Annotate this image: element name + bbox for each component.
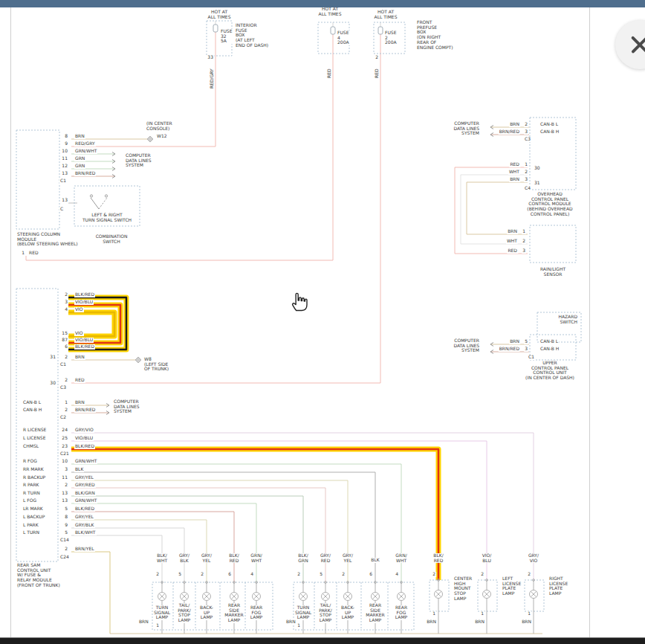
wire-color-label: BRN: [426, 619, 437, 625]
wire-color-label: BLK: [370, 558, 380, 563]
fuse-icon: [378, 27, 383, 34]
circuit-label: CHMSL: [22, 444, 39, 449]
pin-number: 2: [341, 572, 346, 577]
pin-number: 24: [61, 428, 68, 433]
pin-number: 2: [64, 547, 68, 552]
diagram-canvas[interactable]: HOT AT ALL TIMESHOT AT ALL TIMESHOT AT A…: [0, 0, 645, 644]
page-left-border: [10, 7, 11, 637]
lamp-name: RIGHT LICENSE PLATE LAMP: [548, 576, 568, 596]
pin-number: 1: [432, 611, 436, 616]
component-label: OVERHEAD CONTROL PANEL CONTROL MODULE (B…: [526, 192, 573, 217]
pin-number: 87: [61, 338, 68, 343]
circuit-label: R LICENSE: [22, 428, 47, 433]
pin-number: 2: [64, 355, 68, 360]
connector-label: C4: [524, 186, 531, 191]
switch-lever-icon: [91, 198, 99, 209]
pin-number: 25: [61, 436, 68, 441]
lamp-name: BACK- UP LAMP: [199, 605, 214, 620]
connector-label: C1: [528, 355, 535, 360]
pin-number: 13: [61, 171, 68, 176]
pin-number: 3: [524, 347, 528, 352]
pin-number: 10: [61, 149, 68, 154]
connector-label: C24: [59, 555, 70, 560]
wire-color-label: BLK/RED: [74, 444, 95, 449]
wire-color-label: WHT: [506, 239, 518, 244]
fuse-label: FUSE 2 200A: [384, 30, 398, 45]
circuit-label: R PARK: [22, 483, 40, 488]
component-label: COMBINATION SWITCH: [95, 234, 129, 244]
wire-color-label: GRN/WHT: [74, 498, 97, 503]
lamp-name: REAR FOG LAMP: [250, 605, 263, 620]
system-label: COMPUTER DATA LINES SYSTEM: [453, 338, 480, 353]
highlighted-wires-layer: [68, 297, 438, 580]
wire-color-label: GRN: [74, 156, 85, 161]
pin-number: 1: [296, 623, 301, 628]
connector-label: C1: [59, 178, 67, 184]
pin-number: 2: [527, 572, 531, 577]
pin-number: 2: [64, 483, 68, 488]
circuit-label: RR MARK: [22, 467, 45, 472]
wire-color-label: BLK/ WHT: [156, 553, 168, 563]
component-label: LEFT & RIGHT TURN SIGNAL SWITCH: [82, 213, 132, 222]
pin-number: 8: [64, 134, 68, 139]
window-top-bar: [0, 0, 645, 7]
signal-label: CAN-B L: [22, 400, 42, 405]
fuse-icon: [331, 27, 335, 34]
switch-lever-icon: [99, 198, 107, 209]
wire-color-label: BRN/RED: [74, 171, 96, 176]
pin-number: 5: [64, 530, 68, 535]
terminal-label: 31: [534, 181, 541, 186]
pin-number: 4: [395, 572, 399, 577]
wire-color-label: GRN: [74, 164, 85, 169]
wire-color-label: BRN: [138, 619, 149, 625]
switch-contact-icon: [105, 195, 107, 197]
wire-color-label: GRY/ RED: [320, 553, 331, 563]
wire-color-label: BRN: [474, 619, 485, 625]
symbols-layer: [90, 25, 383, 363]
pin-number: 23: [61, 444, 68, 449]
pin-number: 11: [61, 156, 68, 161]
component-label: STEERING COLUMN MODULE (BELOW STEERING W…: [16, 232, 79, 247]
pin-number: 3: [64, 300, 68, 305]
wire-color-label: RED: [74, 378, 85, 383]
circuit-label: L LICENSE: [22, 436, 46, 441]
pin-number: 2: [522, 239, 526, 244]
pin-number: 4: [64, 307, 68, 312]
lamp-name: TAIL/ PARK/ STOP LAMP: [318, 603, 332, 623]
pin-number: 1: [21, 251, 25, 256]
connector-label: C1: [59, 362, 67, 367]
circuit-label: R TURN: [22, 491, 41, 496]
fuse-label: FUSE 32 5A: [220, 29, 233, 44]
lamp-name: TURN SIGNAL LAMP: [153, 605, 171, 620]
fuse-icon: [213, 25, 218, 32]
wire-color-label: BRN: [74, 400, 85, 405]
hot-at-label: HOT AT ALL TIMES: [374, 10, 398, 19]
lamp-name: BACK- UP LAMP: [340, 605, 355, 620]
lamp-name: LEFT LICENSE PLATE LAMP: [502, 576, 522, 596]
pin-number: 1: [64, 400, 68, 405]
signal-label: CAN-B L: [539, 339, 559, 344]
wire-color-label: VIO/BLU: [74, 338, 94, 343]
wire-color-label: GRY/YEL: [74, 475, 94, 480]
bulb-icon: [530, 579, 538, 634]
pin-number: 2: [480, 572, 484, 577]
wire-color-label: GRY/ BLK: [178, 553, 190, 563]
wire-color-label: GRY/VIO: [74, 428, 94, 433]
pin-number: 2: [64, 378, 68, 383]
page-right-border: [589, 7, 590, 637]
wire-color-label: RED/GRY: [210, 68, 215, 89]
pin-number: 15: [61, 331, 68, 336]
wire-color-label: RED: [375, 68, 380, 79]
wire-color-label: BLK/RED: [74, 344, 95, 350]
pin-number: 8: [64, 515, 68, 520]
lamp-name: TURN SIGNAL LAMP: [294, 605, 312, 620]
pin-number: 2: [432, 572, 436, 577]
component-label: INTERIOR FUSE BOX (AT LEFT END OF DASH): [235, 23, 269, 48]
circuit-label: L BACKUP: [22, 515, 45, 520]
wire-color-label: BLK/ GRN: [297, 553, 308, 563]
wire-color-label: GRY/ YEL: [342, 553, 354, 563]
window-bottom-bar: [0, 637, 645, 644]
signal-label: CAN-B H: [539, 347, 560, 352]
pin-number: 2: [524, 170, 528, 175]
pin-number: 3: [522, 248, 526, 254]
